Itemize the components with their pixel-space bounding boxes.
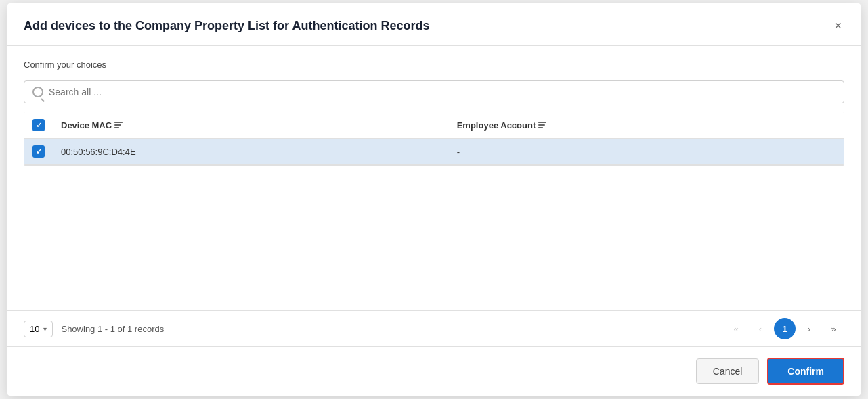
search-input[interactable] [49,87,836,97]
confirm-button[interactable]: Confirm [767,358,844,385]
header-employee-account: Employee Account [449,112,844,139]
pagination-left: 10 ▾ Showing 1 - 1 of 1 records [24,321,164,337]
close-button[interactable]: × [831,17,844,34]
prev-page-button[interactable]: ‹ [750,318,771,339]
pagination-footer: 10 ▾ Showing 1 - 1 of 1 records « ‹ 1 › … [7,310,861,346]
records-count-text: Showing 1 - 1 of 1 records [61,324,164,334]
last-page-button[interactable]: » [823,318,844,339]
dialog-header: Add devices to the Company Property List… [7,3,861,46]
dialog-actions-footer: Cancel Confirm [7,346,861,396]
pagination-controls: « ‹ 1 › » [725,318,844,339]
cancel-button[interactable]: Cancel [696,358,760,384]
next-page-button[interactable]: › [798,318,820,339]
page-1-button[interactable]: 1 [774,318,796,339]
select-all-checkbox[interactable] [32,119,45,131]
dialog-title: Add devices to the Company Property List… [24,19,429,33]
per-page-value: 10 [30,324,39,334]
device-mac-filter-icon[interactable] [114,122,123,128]
row-employee-account: - [449,139,844,165]
chevron-down-icon: ▾ [43,325,47,333]
dialog-body: Confirm your choices Device MAC [7,46,861,310]
add-devices-dialog: Add devices to the Company Property List… [7,3,861,396]
search-container [24,80,844,103]
device-table: Device MAC Employee Account [24,112,844,166]
row-checkbox-cell [24,139,53,165]
per-page-select[interactable]: 10 ▾ [24,321,53,337]
confirm-choices-label: Confirm your choices [24,60,844,70]
table-header-row: Device MAC Employee Account [24,112,844,139]
table-row: 00:50:56:9C:D4:4E - [24,139,844,165]
first-page-button[interactable]: « [725,318,747,339]
row-device-mac: 00:50:56:9C:D4:4E [53,139,449,165]
header-checkbox-cell [24,112,53,139]
search-icon [32,87,43,97]
table: Device MAC Employee Account [24,112,844,165]
header-device-mac: Device MAC [53,112,449,139]
row-checkbox[interactable] [32,145,45,158]
employee-account-filter-icon[interactable] [538,122,546,128]
